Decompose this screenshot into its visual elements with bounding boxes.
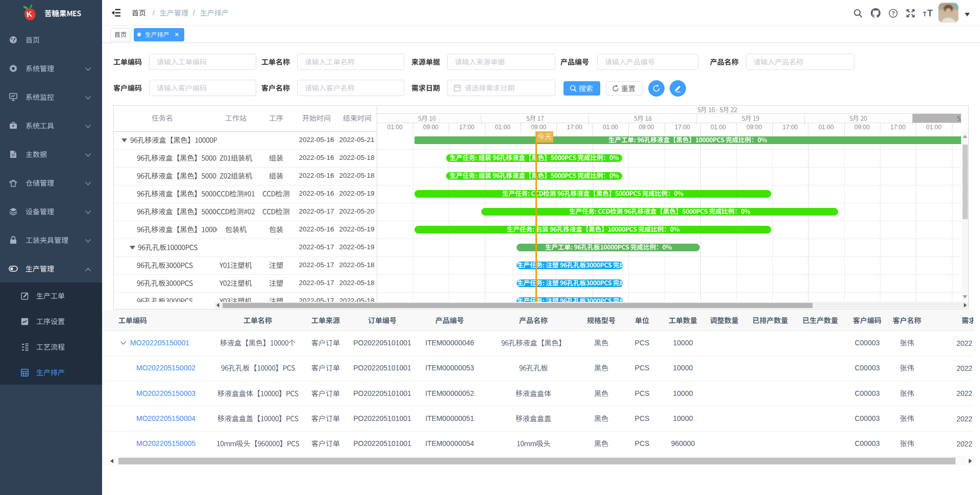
svg-text:?: ? bbox=[892, 10, 895, 16]
svg-text:T: T bbox=[927, 9, 933, 18]
svg-text:T: T bbox=[923, 11, 927, 18]
